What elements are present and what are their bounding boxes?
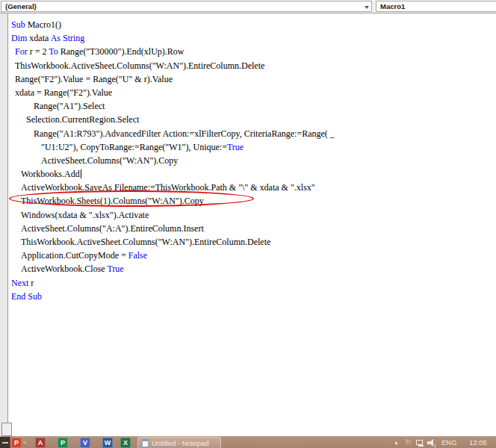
code-line[interactable]: End Sub xyxy=(0,290,496,303)
code-line[interactable]: Windows(xdata & ".xlsx").Activate xyxy=(0,208,496,222)
task-button-label: Untitled - Notepad xyxy=(152,439,209,447)
code-window[interactable]: Sub Macro1()Dim xdata As StringFor r = 2… xyxy=(0,13,496,436)
code-line[interactable]: Range("A1:R793").AdvancedFilter Action:=… xyxy=(0,127,496,140)
code-line[interactable]: ActiveSheet.Columns("A:A").EntireColumn.… xyxy=(0,222,496,235)
code-line[interactable]: Range("F2").Value = Range("U" & r).Value xyxy=(0,72,496,86)
procedure-dropdown[interactable]: Macro1 xyxy=(376,1,496,12)
object-dropdown[interactable]: (General) xyxy=(1,1,372,12)
margin-indicator-bar xyxy=(0,13,8,436)
taskbar-chevron[interactable]: < xyxy=(23,439,27,447)
excel-icon[interactable]: X xyxy=(120,438,131,448)
procedure-dropdown-value: Macro1 xyxy=(380,2,405,10)
code-line[interactable]: ThisWorkbook.ActiveSheet.Columns("W:AN")… xyxy=(0,235,496,249)
code-line[interactable]: Sub Macro1() xyxy=(0,18,496,31)
code-line[interactable]: Application.CutCopyMode = False xyxy=(0,249,496,262)
object-dropdown-value: (General) xyxy=(5,2,37,10)
taskbar: P<APVWX Untitled - Notepad ▲ ⚐ ) ENG 12:… xyxy=(0,436,496,448)
code-area[interactable]: Sub Macro1()Dim xdata As StringFor r = 2… xyxy=(0,13,496,436)
scrollbar-corner[interactable] xyxy=(1,423,12,436)
chevron-down-icon[interactable] xyxy=(363,4,370,10)
code-line[interactable]: ThisWorkbook.Sheets(1).Columns("W:AN").C… xyxy=(0,194,496,208)
powerpoint-icon[interactable]: P xyxy=(11,438,22,448)
code-line[interactable]: For r = 2 To Range("T30000").End(xlUp).R… xyxy=(0,45,496,58)
code-line[interactable]: Range("A1").Select xyxy=(0,99,496,113)
action-center-icon[interactable]: ⚐ xyxy=(405,437,412,448)
code-line[interactable]: "U1:U2"), CopyToRange:=Range("W1"), Uniq… xyxy=(0,140,496,154)
vba-editor-window: (General) Macro1 Sub Macro1()Dim xdata A… xyxy=(0,0,496,448)
code-line[interactable]: Selection.CurrentRegion.Select xyxy=(0,113,496,126)
text-caret xyxy=(81,169,81,178)
access-icon[interactable]: A xyxy=(35,438,46,448)
code-line[interactable]: Next r xyxy=(0,276,496,290)
minimized-window-button[interactable] xyxy=(0,437,10,448)
word-icon[interactable]: W xyxy=(102,438,113,448)
visio-icon[interactable]: V xyxy=(80,438,90,448)
code-line[interactable]: ActiveSheet.Columns("W:AN").Copy xyxy=(0,154,496,167)
code-line[interactable]: Dim xdata As String xyxy=(0,31,496,45)
show-hidden-icons[interactable]: ▲ xyxy=(394,437,399,448)
publisher-icon[interactable]: P xyxy=(58,438,68,448)
language-indicator[interactable]: ENG xyxy=(441,437,457,448)
code-pane-header: (General) Macro1 xyxy=(0,0,496,13)
code-line[interactable]: ActiveWorkbook.Close True xyxy=(0,262,496,276)
notepad-icon xyxy=(142,439,149,447)
notepad-task-button[interactable]: Untitled - Notepad xyxy=(137,437,221,448)
clock[interactable]: 12:05 xyxy=(469,437,487,448)
code-line[interactable]: Workbooks.Add xyxy=(0,167,496,181)
code-line[interactable]: xdata = Range("F2").Value xyxy=(0,86,496,99)
code-line[interactable]: ThisWorkbook.ActiveSheet.Columns("W:AN")… xyxy=(0,59,496,72)
code-line[interactable]: ActiveWorkbook.SaveAs Filename:=ThisWork… xyxy=(0,181,496,194)
